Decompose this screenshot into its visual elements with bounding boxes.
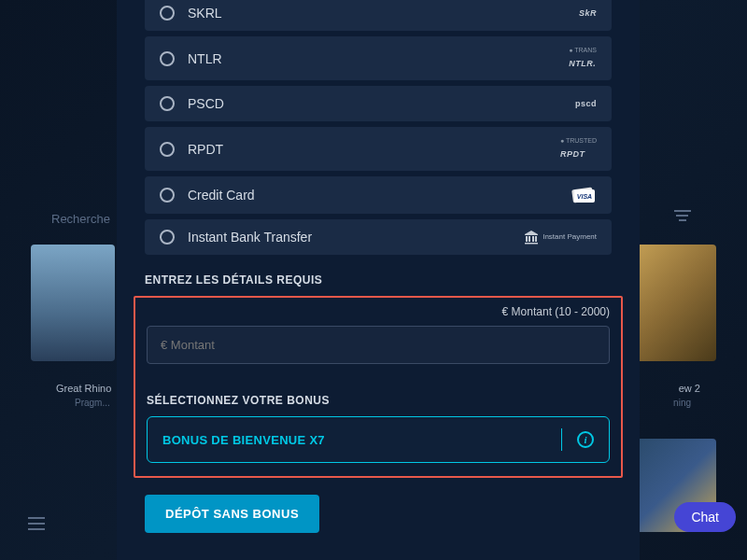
payment-method-ntlr[interactable]: NTLR ● TRANSNTLR. <box>145 36 612 80</box>
payment-method-label: NTLR <box>188 51 569 66</box>
radio-icon <box>160 6 175 21</box>
game-card[interactable] <box>632 245 716 361</box>
payment-method-label: Instant Bank Transfer <box>188 230 524 245</box>
payment-method-bank-transfer[interactable]: Instant Bank Transfer Instant Payment <box>145 219 612 255</box>
game-card-provider: ning <box>673 398 691 408</box>
amount-range-label: € Montant (10 - 2000) <box>147 305 610 318</box>
payment-method-pscd[interactable]: PSCD pscd <box>145 86 612 121</box>
game-card-title: ew 2 <box>679 383 700 394</box>
menu-icon[interactable] <box>28 517 45 534</box>
game-card-provider: Pragm... <box>75 398 110 408</box>
payment-method-badge: pscd <box>575 99 597 108</box>
payment-method-badge: SkR <box>579 8 597 18</box>
payment-method-badge: ● TRUSTEDRPDT <box>560 137 597 161</box>
credit-card-icon: VISA <box>569 187 597 203</box>
payment-method-label: SKRL <box>188 6 579 21</box>
radio-icon <box>160 142 175 157</box>
game-card[interactable] <box>31 245 115 361</box>
filter-icon[interactable] <box>674 210 693 223</box>
radio-icon <box>160 51 175 66</box>
bank-icon: Instant Payment <box>524 230 597 245</box>
payment-method-rpdt[interactable]: RPDT ● TRUSTEDRPDT <box>145 127 612 171</box>
highlight-annotation: € Montant (10 - 2000) SÉLECTIONNEZ VOTRE… <box>134 296 623 478</box>
radio-icon <box>160 230 175 245</box>
payment-method-label: RPDT <box>188 142 560 157</box>
info-icon[interactable]: i <box>577 431 594 448</box>
payment-method-credit-card[interactable]: Credit Card VISA <box>145 176 612 214</box>
payment-method-label: Credit Card <box>188 188 569 203</box>
divider <box>561 428 562 451</box>
radio-icon <box>160 188 175 203</box>
deposit-modal: SKRL SkR NTLR ● TRANSNTLR. PSCD pscd RPD… <box>117 0 640 560</box>
bonus-select[interactable]: BONUS DE BIENVENUE X7 i <box>147 416 610 463</box>
svg-text:VISA: VISA <box>577 193 592 200</box>
bonus-label: BONUS DE BIENVENUE X7 <box>162 433 546 447</box>
payment-method-skrl[interactable]: SKRL SkR <box>145 0 612 31</box>
deposit-without-bonus-button[interactable]: DÉPÔT SANS BONUS <box>145 495 319 533</box>
section-title-bonus: SÉLECTIONNEZ VOTRE BONUS <box>147 394 610 407</box>
radio-icon <box>160 96 175 111</box>
game-card-title: Great Rhino <box>56 383 111 394</box>
payment-method-badge: ● TRANSNTLR. <box>569 47 597 70</box>
payment-method-label: PSCD <box>188 96 575 111</box>
section-title-details: ENTREZ LES DÉTAILS REQUIS <box>145 273 612 287</box>
amount-input[interactable] <box>147 326 610 364</box>
search-placeholder: Recherche <box>51 212 110 226</box>
chat-button[interactable]: Chat <box>674 502 736 532</box>
